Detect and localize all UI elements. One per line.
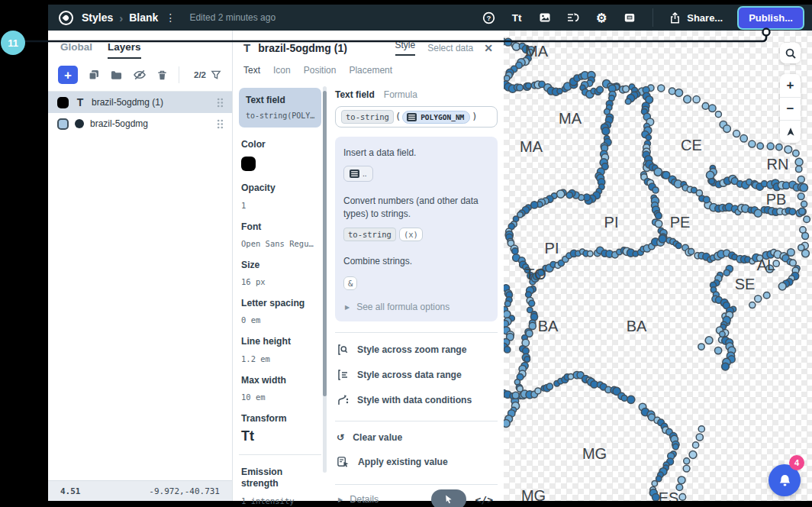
property-line-height[interactable]: Line height 1.2 em <box>241 336 319 363</box>
layers-sidebar: Global Layers + 2/2 T brazil-5ogdmg (1) <box>48 31 233 501</box>
layers-toolbar: + 2/2 <box>48 59 232 92</box>
svg-text:AL: AL <box>757 257 775 273</box>
subtab-icon[interactable]: Icon <box>273 65 291 76</box>
data-field-pill[interactable]: POLYGON_NM <box>402 111 470 124</box>
formula-header-formula[interactable]: Formula <box>384 89 417 100</box>
project-menu-icon[interactable]: ⋮ <box>165 11 176 24</box>
details-triangle-icon[interactable]: ▶ <box>338 496 343 503</box>
svg-text:CE: CE <box>681 137 702 153</box>
scrollbar-thumb[interactable] <box>323 91 327 396</box>
apply-value-icon <box>337 456 350 468</box>
formula-input[interactable]: to-string ( POLYGON_NM ) <box>335 106 498 128</box>
typography-icon[interactable]: Tt <box>510 11 524 24</box>
formula-column: Text field Formula to-string ( POLYGON_N… <box>327 83 504 496</box>
formula-header-field: Text field <box>335 89 375 100</box>
property-value: 16 px <box>241 277 319 286</box>
bell-icon <box>777 473 793 488</box>
drag-handle-icon[interactable] <box>216 97 224 108</box>
property-opacity[interactable]: Opacity 1 <box>241 182 319 209</box>
subtab-placement[interactable]: Placement <box>349 65 392 76</box>
property-value: 0 em <box>241 315 319 325</box>
color-swatch[interactable] <box>241 157 256 171</box>
svg-text:PB: PB <box>766 191 787 208</box>
map-canvas[interactable]: MAMAMACERNPBPIPEPITOALSEBABAMGMGES + − 4 <box>504 31 812 501</box>
north-arrow-icon <box>785 127 796 137</box>
style-across-zoom-range[interactable]: Style across zoom range <box>337 344 498 356</box>
annotation-step-badge: 11 <box>1 31 25 55</box>
tab-select-data[interactable]: Select data <box>427 43 473 53</box>
property-font[interactable]: Font Open Sans Regu… <box>241 221 319 248</box>
property-label: Line height <box>241 336 319 347</box>
property-emission-strength[interactable]: Emission strength 1 intensity <box>241 467 319 505</box>
property-value: 1.2 em <box>241 354 319 363</box>
share-button[interactable]: Share... <box>669 11 723 24</box>
hide-eye-off-icon[interactable] <box>133 69 147 81</box>
action-label: Style with data conditions <box>357 395 472 405</box>
close-icon[interactable]: ✕ <box>484 42 493 54</box>
svg-text:BA: BA <box>538 318 559 334</box>
property-label: Opacity <box>241 182 319 194</box>
pointer-cursor-icon <box>443 493 454 505</box>
trash-icon[interactable] <box>156 69 168 81</box>
folder-icon[interactable] <box>110 69 123 81</box>
ampersand-chip[interactable]: & <box>343 276 357 290</box>
clear-value-button[interactable]: ↺ Clear value <box>337 432 498 443</box>
divider <box>335 332 498 333</box>
property-size[interactable]: Size 16 px <box>241 260 319 286</box>
duplicate-icon[interactable] <box>88 69 100 81</box>
property-text-field[interactable]: Text field to-string(POLY… <box>239 88 321 128</box>
subtab-position[interactable]: Position <box>304 65 337 76</box>
publish-button[interactable]: Publish... <box>737 6 804 30</box>
transform-tt-icon[interactable]: Tt <box>241 428 319 444</box>
filter-funnel-icon[interactable] <box>211 69 221 80</box>
property-transform[interactable]: Transform Tt <box>241 413 319 444</box>
property-letter-spacing[interactable]: Letter spacing 0 em <box>241 298 319 325</box>
details-label[interactable]: Details <box>350 494 379 505</box>
tab-layers[interactable]: Layers <box>108 41 141 59</box>
data-range-icon <box>337 369 349 381</box>
layer-row-text[interactable]: T brazil-5ogdmg (1) <box>48 92 232 113</box>
tab-style[interactable]: Style <box>395 40 416 56</box>
tab-global[interactable]: Global <box>60 41 92 59</box>
help-text: Combine strings. <box>343 255 489 268</box>
database-icon <box>407 113 417 121</box>
help-icon[interactable]: ? <box>482 11 495 24</box>
app-logo-icon[interactable] <box>59 11 73 25</box>
compass-north-button[interactable] <box>780 120 801 143</box>
action-label: Style across data range <box>357 370 462 380</box>
map-search-button[interactable] <box>780 43 801 63</box>
toolbar-divider <box>179 66 179 83</box>
svg-text:MA: MA <box>559 110 582 127</box>
layer-row-circle[interactable]: brazil-5ogdmg <box>48 113 232 134</box>
reorder-icon[interactable] <box>566 11 580 24</box>
image-icon[interactable] <box>538 11 552 24</box>
zoom-in-button[interactable]: + <box>780 74 801 97</box>
svg-text:MA: MA <box>525 43 549 60</box>
style-across-data-range[interactable]: Style across data range <box>337 369 498 381</box>
breadcrumb-styles[interactable]: Styles <box>82 11 113 24</box>
property-label: Size <box>241 260 319 271</box>
print-icon[interactable] <box>623 11 636 24</box>
notification-count-badge: 4 <box>789 455 804 470</box>
paren-open: ( <box>395 111 401 122</box>
see-all-formula-options[interactable]: ▶ See all formula options <box>345 302 489 312</box>
to-string-chip[interactable]: to-string <box>343 228 396 241</box>
cursor-mode-button[interactable] <box>431 489 466 507</box>
code-view-icon[interactable]: </> <box>475 494 493 505</box>
breadcrumb-project-name[interactable]: Blank <box>129 11 158 24</box>
settings-gear-icon[interactable]: ⚙ <box>594 11 608 24</box>
insert-data-field-button[interactable]: .. <box>343 166 373 182</box>
svg-text:ES: ES <box>659 489 679 501</box>
subtab-text[interactable]: Text <box>243 65 260 76</box>
style-with-data-conditions[interactable]: Style with data conditions <box>337 394 498 406</box>
layer-color-swatch[interactable] <box>57 97 69 108</box>
property-max-width[interactable]: Max width 10 em <box>241 375 319 402</box>
drag-handle-icon[interactable] <box>216 118 224 130</box>
property-color[interactable]: Color <box>241 139 319 171</box>
property-value: 1 <box>241 201 319 210</box>
zoom-out-button[interactable]: − <box>780 97 801 120</box>
layer-color-swatch[interactable] <box>57 118 69 130</box>
apply-existing-value-button[interactable]: Apply existing value <box>337 456 498 468</box>
add-layer-button[interactable]: + <box>58 66 78 84</box>
formula-fn-chip[interactable]: to-string <box>341 110 394 124</box>
